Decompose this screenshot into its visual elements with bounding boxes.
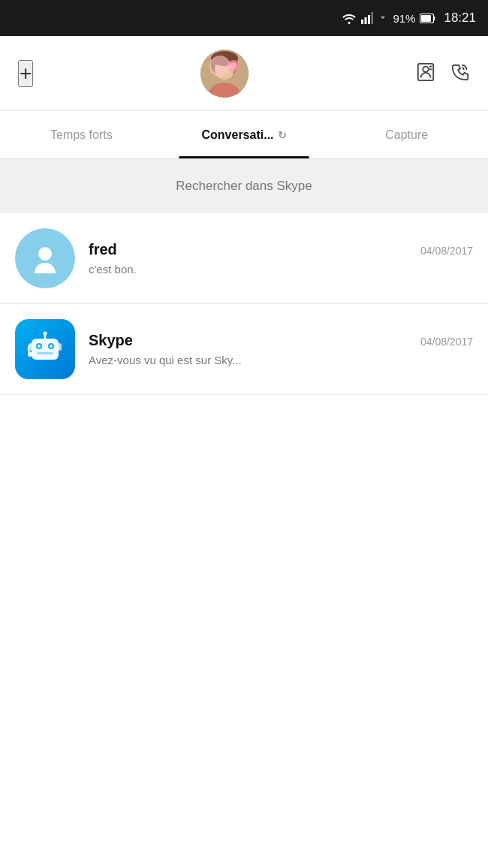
header: + <box>0 36 488 111</box>
battery-icon <box>420 14 436 23</box>
tab-temps-forts[interactable]: Temps forts <box>0 111 163 158</box>
avatar-svg <box>200 50 249 98</box>
svg-rect-5 <box>421 15 431 22</box>
svg-point-22 <box>50 345 53 348</box>
tab-capture[interactable]: Capture <box>325 111 488 158</box>
svg-rect-18 <box>32 339 59 360</box>
contact-icon[interactable] <box>416 62 435 85</box>
add-button[interactable]: + <box>18 60 33 87</box>
tab-conversations[interactable]: Conversati... ↻ <box>163 111 326 158</box>
conversation-list: fred 04/08/2017 c'est bon. <box>0 213 488 395</box>
svg-rect-1 <box>365 17 367 24</box>
svg-rect-28 <box>58 343 62 351</box>
refresh-icon: ↻ <box>278 129 287 141</box>
person-icon <box>30 243 60 273</box>
signal-icon <box>361 12 373 24</box>
skype-robot-svg <box>24 328 66 370</box>
battery-percent: 91% <box>393 12 415 25</box>
header-actions <box>416 62 470 85</box>
search-input[interactable] <box>15 170 473 203</box>
svg-point-25 <box>44 332 47 336</box>
fred-header: fred 04/08/2017 <box>89 241 473 258</box>
fred-content: fred 04/08/2017 c'est bon. <box>89 241 473 276</box>
wifi-icon <box>342 12 357 24</box>
skype-avatar <box>15 319 75 379</box>
fred-date: 04/08/2017 <box>420 245 473 257</box>
svg-point-26 <box>28 352 32 357</box>
avatar-image <box>200 50 249 98</box>
skype-name: Skype <box>89 332 133 349</box>
status-bar: 91% 18:21 <box>0 0 488 36</box>
skype-header: Skype 04/08/2017 <box>89 332 473 349</box>
svg-rect-2 <box>368 15 370 24</box>
conversation-item-fred[interactable]: fred 04/08/2017 c'est bon. <box>0 213 488 304</box>
profile-avatar[interactable] <box>200 50 249 98</box>
time-display: 18:21 <box>444 11 476 26</box>
conversation-item-skype[interactable]: Skype 04/08/2017 Avez-vous vu qui est su… <box>0 304 488 395</box>
svg-rect-3 <box>372 12 374 24</box>
svg-rect-0 <box>361 20 363 24</box>
svg-point-15 <box>423 66 428 71</box>
call-icon[interactable] <box>450 62 470 85</box>
data-icon <box>378 12 388 24</box>
svg-point-21 <box>38 345 41 348</box>
fred-avatar <box>15 228 75 288</box>
skype-date: 04/08/2017 <box>420 336 473 348</box>
svg-rect-27 <box>29 343 32 351</box>
fred-preview: c'est bon. <box>89 263 473 276</box>
svg-rect-23 <box>37 352 53 354</box>
svg-point-13 <box>230 62 237 70</box>
status-icons: 91% 18:21 <box>342 11 476 26</box>
search-bar <box>0 159 488 213</box>
tabs-bar: Temps forts Conversati... ↻ Capture <box>0 111 488 159</box>
skype-preview: Avez-vous vu qui est sur Sky... <box>89 354 473 366</box>
skype-content: Skype 04/08/2017 Avez-vous vu qui est su… <box>89 332 473 366</box>
fred-name: fred <box>89 241 117 258</box>
